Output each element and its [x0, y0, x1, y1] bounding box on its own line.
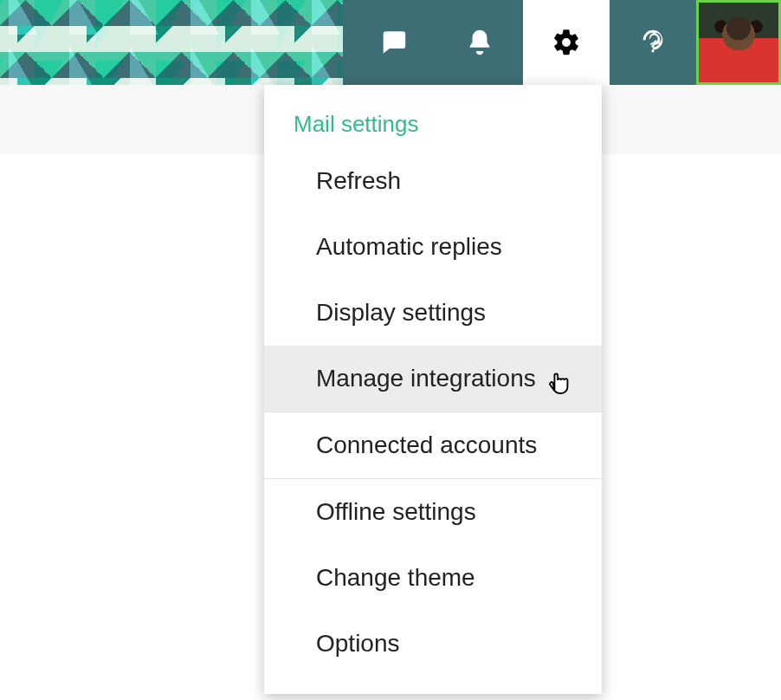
menu-item-refresh[interactable]: Refresh: [264, 148, 602, 214]
bell-icon: [465, 28, 494, 57]
menu-item-change-theme[interactable]: Change theme: [264, 545, 602, 611]
menu-item-options[interactable]: Options: [264, 611, 602, 677]
dropdown-heading: Mail settings: [264, 100, 602, 148]
settings-dropdown: Mail settings RefreshAutomatic repliesDi…: [264, 85, 602, 694]
menu-item-label: Automatic replies: [316, 233, 502, 260]
user-avatar[interactable]: [696, 0, 781, 85]
menu-item-label: Display settings: [316, 299, 486, 326]
top-nav-bar: [0, 0, 781, 85]
gear-icon: [552, 28, 581, 57]
menu-item-label: Connected accounts: [316, 431, 537, 458]
chat-icon: [378, 28, 408, 57]
chat-button[interactable]: [350, 0, 436, 85]
help-button[interactable]: [610, 0, 696, 85]
menu-item-label: Manage integrations: [316, 365, 536, 392]
menu-item-connected-accounts[interactable]: Connected accounts: [264, 412, 602, 478]
notifications-button[interactable]: [436, 0, 523, 85]
menu-item-manage-integrations[interactable]: Manage integrations: [264, 346, 602, 412]
menu-item-label: Options: [316, 630, 400, 657]
menu-item-label: Refresh: [316, 167, 401, 194]
settings-button[interactable]: [523, 0, 610, 85]
menu-item-label: Offline settings: [316, 498, 476, 525]
header-pattern: [0, 0, 343, 85]
menu-item-display-settings[interactable]: Display settings: [264, 280, 602, 346]
menu-item-offline-settings[interactable]: Offline settings: [264, 479, 602, 545]
help-icon: [638, 28, 668, 57]
menu-item-label: Change theme: [316, 564, 475, 591]
menu-item-automatic-replies[interactable]: Automatic replies: [264, 214, 602, 280]
